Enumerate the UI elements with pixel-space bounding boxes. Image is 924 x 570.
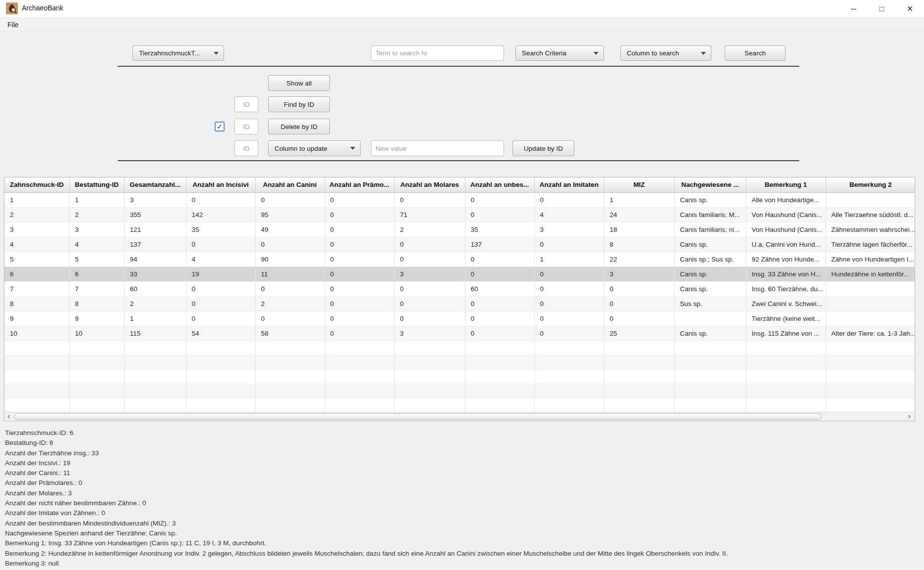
- table-cell[interactable]: 1: [4, 192, 69, 207]
- table-cell[interactable]: [826, 296, 915, 311]
- table-cell[interactable]: Sus sp.: [674, 296, 746, 311]
- table-cell[interactable]: 0: [255, 281, 324, 296]
- table-cell[interactable]: 0: [324, 192, 394, 207]
- column-header[interactable]: Anzahl an Imitaten: [534, 177, 604, 192]
- close-button[interactable]: ×: [896, 0, 924, 17]
- table-row[interactable]: 9910000000Tierzähne (keine weit...: [4, 311, 915, 326]
- table-cell[interactable]: 0: [255, 192, 324, 207]
- table-cell[interactable]: 0: [534, 281, 604, 296]
- table-cell[interactable]: 1: [69, 192, 124, 207]
- table-cell[interactable]: 0: [465, 311, 534, 326]
- table-cell[interactable]: 3: [394, 326, 465, 341]
- table-cell[interactable]: 33: [124, 266, 186, 281]
- table-cell[interactable]: 1: [534, 252, 604, 266]
- table-cell[interactable]: Canis sp.: [674, 326, 746, 341]
- table-cell[interactable]: 60: [465, 281, 534, 296]
- table-cell[interactable]: 4: [69, 237, 124, 252]
- table-cell[interactable]: 0: [465, 252, 534, 266]
- horizontal-scrollbar[interactable]: ‹ ›: [4, 412, 915, 421]
- table-cell[interactable]: 0: [534, 326, 604, 341]
- table-cell[interactable]: Zwei Canini v. Schwei...: [746, 296, 826, 311]
- table-cell[interactable]: 0: [534, 311, 604, 326]
- table-cell[interactable]: 95: [255, 207, 324, 222]
- table-cell[interactable]: 35: [186, 222, 255, 237]
- table-cell[interactable]: [826, 311, 915, 326]
- table-cell[interactable]: 0: [604, 281, 674, 296]
- table-cell[interactable]: 4: [186, 252, 255, 266]
- update-id-input[interactable]: [234, 140, 258, 156]
- search-button[interactable]: Search: [725, 45, 785, 61]
- table-cell[interactable]: 9: [69, 311, 124, 326]
- table-cell[interactable]: 0: [324, 281, 394, 296]
- column-header[interactable]: Bestattung-ID: [69, 177, 124, 192]
- column-to-search-dropdown[interactable]: Column to search: [620, 45, 711, 61]
- table-cell[interactable]: [826, 192, 915, 207]
- new-value-input[interactable]: [371, 140, 504, 156]
- table-cell[interactable]: Canis sp.: [674, 281, 746, 296]
- table-cell[interactable]: Von Haushund (Canis...: [746, 207, 826, 222]
- column-header[interactable]: MIZ: [604, 177, 674, 192]
- table-cell[interactable]: 2: [255, 296, 324, 311]
- scrollbar-thumb[interactable]: [14, 413, 822, 420]
- show-all-button[interactable]: Show all: [268, 75, 330, 91]
- column-header[interactable]: Anzahl an Canini: [255, 177, 324, 192]
- column-header[interactable]: Anzahl an unbes...: [465, 177, 534, 192]
- delete-confirm-checkbox[interactable]: ✓: [215, 122, 225, 132]
- table-cell[interactable]: 0: [534, 296, 604, 311]
- table-cell[interactable]: 0: [255, 237, 324, 252]
- table-cell[interactable]: 22: [604, 252, 674, 266]
- table-cell[interactable]: 35: [465, 222, 534, 237]
- table-cell[interactable]: Canis sp.; Sus sp.: [674, 252, 746, 266]
- table-cell[interactable]: Insg. 33 Zähne von H...: [746, 266, 826, 281]
- table-cell[interactable]: 0: [465, 266, 534, 281]
- column-header[interactable]: Gesamtanzahl...: [124, 177, 186, 192]
- table-cell[interactable]: Insg. 60 Tierzähne, du...: [746, 281, 826, 296]
- column-to-update-dropdown[interactable]: Column to update: [268, 140, 361, 156]
- table-cell[interactable]: 1: [124, 311, 186, 326]
- table-cell[interactable]: 3: [604, 266, 674, 281]
- table-cell[interactable]: 9: [4, 311, 69, 326]
- table-cell[interactable]: 71: [394, 207, 465, 222]
- table-cell[interactable]: 3: [394, 266, 465, 281]
- column-header[interactable]: Anzahl an Incisivi: [186, 177, 255, 192]
- search-term-input[interactable]: [371, 45, 504, 61]
- table-cell[interactable]: 11: [255, 266, 324, 281]
- table-cell[interactable]: 0: [324, 266, 394, 281]
- table-cell[interactable]: 0: [604, 296, 674, 311]
- table-cell[interactable]: Canis familiaris; M...: [674, 207, 746, 222]
- find-by-id-button[interactable]: Find by ID: [268, 96, 330, 112]
- table-cell[interactable]: 0: [394, 311, 465, 326]
- table-cell[interactable]: Alle von Hundeartige...: [746, 192, 826, 207]
- menu-file[interactable]: File: [4, 20, 22, 30]
- table-row[interactable]: 10101155458030025Canis sp.Insg. 115 Zähn…: [4, 326, 915, 341]
- table-cell[interactable]: [674, 311, 746, 326]
- table-cell[interactable]: 121: [124, 222, 186, 237]
- minimize-button[interactable]: ─: [839, 0, 868, 17]
- table-cell[interactable]: Zähne von Hundeartigen I...: [826, 252, 915, 266]
- table-row[interactable]: 3312135490235318Canis familiaris; ni...V…: [4, 222, 915, 237]
- table-cell[interactable]: 0: [604, 311, 674, 326]
- table-cell[interactable]: 94: [124, 252, 186, 266]
- table-cell[interactable]: 0: [324, 237, 394, 252]
- table-cell[interactable]: 25: [604, 326, 674, 341]
- table-cell[interactable]: 0: [465, 192, 534, 207]
- table-cell[interactable]: 8: [604, 237, 674, 252]
- scroll-left-icon[interactable]: ‹: [7, 412, 10, 421]
- maximize-button[interactable]: □: [868, 0, 896, 17]
- table-cell[interactable]: 142: [186, 207, 255, 222]
- find-id-input[interactable]: [234, 96, 258, 112]
- table-cell[interactable]: 18: [604, 222, 674, 237]
- table-cell[interactable]: 0: [465, 296, 534, 311]
- table-cell[interactable]: [826, 281, 915, 296]
- column-header[interactable]: Nachgewiesene ...: [674, 177, 746, 192]
- table-cell[interactable]: 90: [255, 252, 324, 266]
- column-header[interactable]: Anzahl an Prämo...: [324, 177, 394, 192]
- update-by-id-button[interactable]: Update by ID: [512, 140, 574, 156]
- table-cell[interactable]: 2: [124, 296, 186, 311]
- table-row[interactable]: 22355142950710424Canis familiaris; M...V…: [4, 207, 915, 222]
- table-cell[interactable]: 5: [69, 252, 124, 266]
- table-cell[interactable]: 3: [124, 192, 186, 207]
- table-selector-dropdown[interactable]: TierzahnschmuckT...: [133, 45, 224, 61]
- table-cell[interactable]: 0: [324, 311, 394, 326]
- delete-id-input[interactable]: [234, 119, 258, 134]
